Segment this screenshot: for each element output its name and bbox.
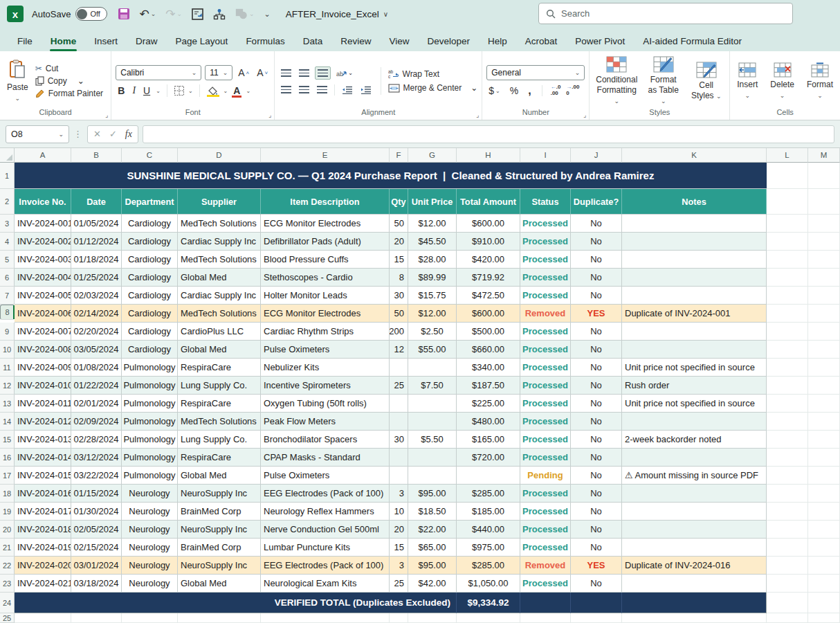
column-title-5[interactable]: Qty — [390, 189, 408, 215]
decrease-indent-button[interactable] — [340, 84, 355, 96]
cell-department[interactable]: Pulmonology — [122, 395, 178, 413]
cell-L[interactable] — [767, 431, 808, 449]
row-header-1[interactable]: 1 — [0, 163, 15, 189]
cell-status[interactable]: Processed — [520, 323, 571, 341]
cell-qty[interactable] — [390, 467, 408, 485]
tab-page-layout[interactable]: Page Layout — [167, 31, 237, 51]
cell-unit-price[interactable]: $45.50 — [408, 233, 457, 251]
cell-date[interactable]: 01/12/2024 — [71, 233, 122, 251]
cell-item[interactable]: Oxygen Tubing (50ft rolls) — [261, 395, 390, 413]
cell-unit-price[interactable]: $15.75 — [408, 287, 457, 305]
cell-M[interactable] — [808, 287, 840, 305]
cell-L[interactable] — [767, 377, 808, 395]
cell-M[interactable] — [808, 413, 840, 431]
cell-total[interactable]: $472.50 — [457, 287, 520, 305]
undo-button[interactable]: ↶⌄ — [139, 8, 156, 20]
cell-M[interactable] — [808, 395, 840, 413]
cell-M[interactable] — [808, 503, 840, 521]
cell-invoice[interactable]: INV-2024-012 — [15, 413, 71, 431]
tab-file[interactable]: File — [8, 31, 42, 51]
cell-duplicate[interactable]: No — [571, 359, 622, 377]
document-title[interactable]: AFTER_Invoice_Excel ∨ — [286, 9, 388, 19]
cell-invoice[interactable]: INV-2024-006 — [15, 305, 71, 323]
cell-duplicate[interactable]: No — [571, 233, 622, 251]
formula-bar-handle[interactable]: ⋮ — [73, 129, 83, 139]
cell-date[interactable]: 02/20/2024 — [71, 323, 122, 341]
cell-unit-price[interactable]: $12.00 — [408, 305, 457, 323]
cell-supplier[interactable]: MedTech Solutions — [178, 413, 261, 431]
cell-L[interactable] — [767, 305, 808, 323]
cell-unit-price[interactable]: $89.99 — [408, 269, 457, 287]
column-header-I[interactable]: I — [520, 148, 571, 163]
tab-data[interactable]: Data — [294, 31, 332, 51]
cell-L[interactable] — [767, 251, 808, 269]
cell-M[interactable] — [808, 341, 840, 359]
cell-E25[interactable] — [261, 613, 390, 623]
fill-color-button[interactable] — [206, 87, 220, 96]
cell-unit-price[interactable] — [408, 359, 457, 377]
insert-cells-button[interactable]: Insert⌄ — [734, 61, 760, 102]
cell-M[interactable] — [808, 359, 840, 377]
cell-M[interactable] — [808, 593, 840, 613]
search-input[interactable] — [561, 8, 785, 19]
increase-font-button[interactable]: A˄ — [236, 67, 251, 78]
cell-date[interactable]: 02/09/2024 — [71, 413, 122, 431]
cell-duplicate[interactable]: No — [571, 485, 622, 503]
row-header-7[interactable]: 7 — [0, 287, 15, 305]
align-bottom-button[interactable] — [315, 66, 331, 80]
cell-date[interactable]: 01/05/2024 — [71, 215, 122, 233]
cell-department[interactable]: Cardiology — [122, 287, 178, 305]
cell-L[interactable] — [767, 215, 808, 233]
cell-duplicate[interactable]: No — [571, 575, 622, 593]
row-header-12[interactable]: 12 — [0, 377, 15, 395]
cell-supplier[interactable]: Lung Supply Co. — [178, 431, 261, 449]
cell-qty[interactable]: 20 — [390, 233, 408, 251]
cell-date[interactable]: 02/05/2024 — [71, 521, 122, 539]
cell-L[interactable] — [767, 359, 808, 377]
cell-L[interactable] — [767, 557, 808, 575]
row-header-5[interactable]: 5 — [0, 251, 15, 269]
cell-notes[interactable] — [622, 539, 767, 557]
cell-L[interactable] — [767, 521, 808, 539]
cell-status[interactable]: Processed — [520, 359, 571, 377]
cell-notes[interactable]: 2-week backorder noted — [622, 431, 767, 449]
cell-supplier[interactable]: Global Med — [178, 269, 261, 287]
cell-status[interactable]: Processed — [520, 539, 571, 557]
cell-invoice[interactable]: INV-2024-010 — [15, 377, 71, 395]
cell-notes[interactable] — [622, 287, 767, 305]
row-header-3[interactable]: 3 — [0, 215, 15, 233]
cell-unit-price[interactable]: $95.00 — [408, 485, 457, 503]
cell-supplier[interactable]: Lung Supply Co. — [178, 377, 261, 395]
cell-L[interactable] — [767, 395, 808, 413]
tab-draw[interactable]: Draw — [127, 31, 167, 51]
cell-status[interactable]: Processed — [520, 233, 571, 251]
column-header-L[interactable]: L — [767, 148, 808, 163]
row-header-11[interactable]: 11 — [0, 359, 15, 377]
column-header-F[interactable]: F — [390, 148, 408, 163]
cell-qty[interactable]: 25 — [390, 377, 408, 395]
cell-unit-price[interactable] — [408, 413, 457, 431]
cell-date[interactable]: 03/01/2024 — [71, 557, 122, 575]
row-header-6[interactable]: 6 — [0, 269, 15, 287]
cell-date[interactable]: 02/14/2024 — [71, 305, 122, 323]
cell-supplier[interactable]: NeuroSupply Inc — [178, 485, 261, 503]
increase-indent-button[interactable] — [358, 84, 374, 96]
font-size-select[interactable]: 11⌄ — [205, 65, 232, 80]
cell-M[interactable] — [808, 521, 840, 539]
cell-L[interactable] — [767, 233, 808, 251]
cell-G25[interactable] — [408, 613, 457, 623]
cell-qty[interactable]: 12 — [390, 341, 408, 359]
cell-invoice[interactable]: INV-2024-004 — [15, 269, 71, 287]
cell-notes[interactable] — [622, 233, 767, 251]
cell-unit-price[interactable] — [408, 395, 457, 413]
cell-K25[interactable] — [622, 613, 767, 623]
cell-unit-price[interactable]: $5.50 — [408, 431, 457, 449]
autosave-toggle[interactable]: Off — [75, 7, 107, 21]
cell-invoice[interactable]: INV-2024-005 — [15, 287, 71, 305]
italic-button[interactable]: I — [130, 85, 138, 96]
cell-M[interactable] — [808, 485, 840, 503]
cell-M25[interactable] — [808, 613, 840, 623]
cell-invoice[interactable]: INV-2024-007 — [15, 323, 71, 341]
cell-M[interactable] — [808, 305, 840, 323]
cell-department[interactable]: Pulmonology — [122, 377, 178, 395]
